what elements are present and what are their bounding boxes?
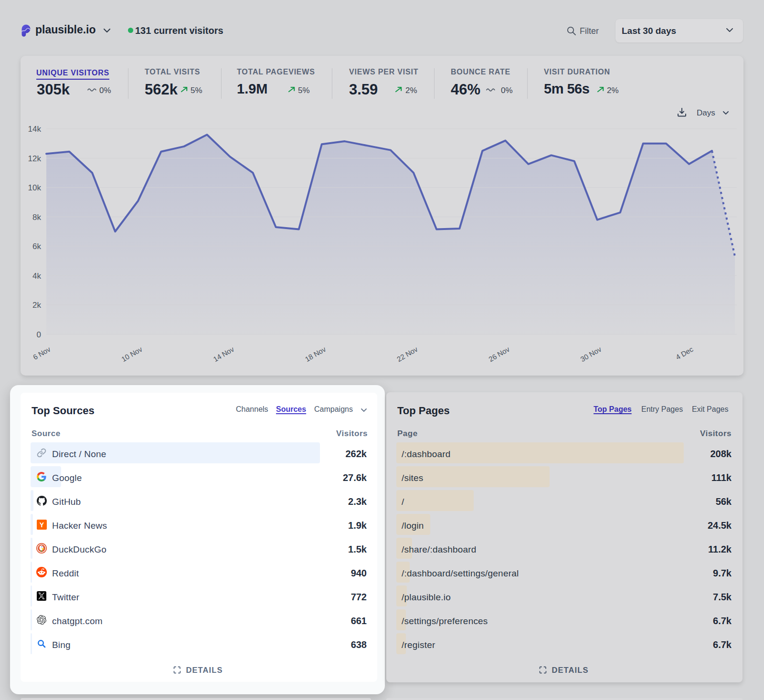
svg-text:8k: 8k	[32, 213, 41, 222]
svg-text:26 Nov: 26 Nov	[487, 345, 511, 364]
svg-text:22 Nov: 22 Nov	[395, 345, 419, 364]
svg-text:14 Nov: 14 Nov	[212, 345, 235, 364]
svg-text:0: 0	[37, 330, 41, 339]
svg-text:4 Dec: 4 Dec	[674, 345, 695, 362]
svg-text:10k: 10k	[28, 183, 42, 192]
svg-text:2k: 2k	[32, 301, 41, 310]
svg-text:14k: 14k	[28, 125, 42, 134]
svg-text:18 Nov: 18 Nov	[304, 345, 328, 364]
svg-text:Y: Y	[39, 521, 44, 529]
svg-text:10 Nov: 10 Nov	[120, 345, 144, 364]
svg-text:6 Nov: 6 Nov	[32, 345, 52, 362]
svg-text:4k: 4k	[32, 272, 41, 281]
svg-text:30 Nov: 30 Nov	[579, 345, 603, 364]
svg-text:12k: 12k	[28, 154, 42, 163]
svg-text:6k: 6k	[32, 242, 41, 251]
